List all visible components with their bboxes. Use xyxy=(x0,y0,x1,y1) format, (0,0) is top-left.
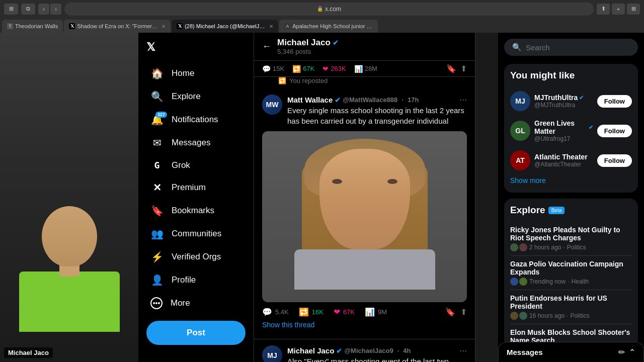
sidebar-label-more: More xyxy=(171,298,190,308)
tab-shadow[interactable]: 𝕏 Shadow of Ezra on X: "Former New York … xyxy=(64,20,171,33)
sidebar-item-premium[interactable]: ✕ Premium xyxy=(142,176,250,199)
retweet-action[interactable]: 🔁 16K xyxy=(299,307,324,317)
sidebar-item-profile[interactable]: 👤 Profile xyxy=(142,269,250,291)
tweet-2-text: Also "Every" mass shooting event of the … xyxy=(287,356,467,362)
notifications-badge: 327 xyxy=(155,112,167,118)
tweet-1-avatar-inner: MW xyxy=(262,95,282,115)
stat-retweets: 🔁 67K xyxy=(292,64,314,73)
tweet-2-content: Michael Jaco ✔ @MichaelJaco9 · 4h ··· Al… xyxy=(287,345,467,362)
tweet-1-layout: MW Matt Wallace ✔ @MattWallace888 · 17h … xyxy=(262,95,467,131)
stat-replies: 💬 15K xyxy=(262,64,284,73)
sidebar-item-more[interactable]: ••• More xyxy=(142,292,250,314)
show-thread-button[interactable]: Show this thread xyxy=(262,317,467,333)
follow-button-2[interactable]: Follow xyxy=(597,154,632,167)
back-button[interactable]: ‹ xyxy=(38,4,49,15)
address-bar[interactable]: 🔒 x.com xyxy=(64,3,594,16)
sidebar-item-grok[interactable]: G Grok xyxy=(142,155,250,175)
tweet-1-avatar[interactable]: MW xyxy=(262,95,282,115)
mini-avatar-2b xyxy=(519,312,527,320)
tab-theodorian[interactable]: T Theodorian Walls xyxy=(2,20,63,33)
mini-avatar-1b xyxy=(519,278,527,286)
post-button[interactable]: Post xyxy=(146,321,246,345)
explore-item-0[interactable]: Ricky Jones Pleads Not Guilty to Riot Sp… xyxy=(510,222,632,256)
tweet-1-more-button[interactable]: ··· xyxy=(459,95,467,105)
tweet-2-author-name: Michael Jaco ✔ @MichaelJaco9 · 4h xyxy=(287,346,411,355)
messages-icon: ✉ xyxy=(150,137,164,149)
explore-meta-0: 2 hours ago · Politics xyxy=(510,243,632,251)
sidebar-label-notifications: Notifications xyxy=(172,115,218,125)
retweet-icon: 🔁 xyxy=(292,65,301,73)
messages-bar[interactable]: Messages ✏ ⌃ xyxy=(498,342,644,362)
share-button[interactable]: ⬆ xyxy=(597,4,610,15)
suggest-avatar-2[interactable]: AT xyxy=(510,150,530,170)
tab-label-apalachee: Apalachee High School junior who sat nex… xyxy=(292,23,373,29)
back-button[interactable]: ← xyxy=(262,41,271,52)
messages-bar-title: Messages xyxy=(507,348,543,356)
mini-avatar-0b xyxy=(519,243,527,251)
sidebar-item-verified-orgs[interactable]: ⚡ Verified Orgs xyxy=(142,246,250,268)
follow-button-0[interactable]: Follow xyxy=(597,95,632,108)
explore-topic-2: Politics xyxy=(570,312,589,319)
explore-item-1[interactable]: Gaza Polio Vaccination Campaign Expands … xyxy=(510,256,632,290)
explore-time-2: 16 hours ago xyxy=(529,312,565,319)
profile-name: Michael Jaco ✔ xyxy=(277,38,467,48)
menu-button[interactable]: ⊞ xyxy=(627,4,640,15)
bookmark-icon[interactable]: 🔖 xyxy=(446,64,456,73)
compose-message-icon[interactable]: ✏ xyxy=(618,347,625,357)
save-action[interactable]: 🔖 xyxy=(445,307,455,317)
tweet-2-avatar[interactable]: MJ xyxy=(262,345,282,362)
sidebar-item-messages[interactable]: ✉ Messages xyxy=(142,132,250,154)
like-icon: ❤ xyxy=(334,307,340,317)
suggest-verified-1: ✔ xyxy=(589,124,593,131)
explore-title: Explore xyxy=(510,205,545,216)
forward-button[interactable]: › xyxy=(50,4,61,15)
explore-item-2[interactable]: Putin Endorses Harris for US President 1… xyxy=(510,290,632,324)
tweet-2-verified: ✔ xyxy=(336,347,342,355)
explore-time-0: 2 hours ago xyxy=(529,244,561,251)
suggest-name-1: Green Lives Matter ✔ xyxy=(534,119,593,135)
profile-name-text: Michael Jaco xyxy=(277,38,331,48)
sidebar-item-explore[interactable]: 🔍 Explore xyxy=(142,85,250,108)
mugshot-person xyxy=(314,139,415,280)
screen-btn[interactable]: ⊞ xyxy=(4,4,18,15)
retweets-count: 67K xyxy=(303,65,314,72)
tweet-2-author-line: Michael Jaco ✔ @MichaelJaco9 · 4h ··· xyxy=(287,345,467,356)
sidebar-item-notifications[interactable]: 🔔 Notifications 327 xyxy=(142,109,250,131)
reply-action[interactable]: 💬 5.4K xyxy=(262,307,289,317)
share-icon[interactable]: ⬆ xyxy=(460,64,467,73)
share-action[interactable]: ⬆ xyxy=(460,307,467,317)
suggest-avatar-0[interactable]: MJ xyxy=(510,91,530,111)
profile-verified-badge: ✔ xyxy=(333,39,339,47)
sidebar-label-communities: Communities xyxy=(172,229,221,239)
add-tab-button[interactable]: + xyxy=(612,4,625,15)
sidebar-item-bookmarks[interactable]: 🔖 Bookmarks xyxy=(142,200,250,222)
tab-michael-jaco[interactable]: 𝕏 (28) Michael Jaco (@MichaelJaco9) / X … xyxy=(172,20,278,33)
window-btn[interactable]: ⧉ xyxy=(21,4,35,15)
follow-button-1[interactable]: Follow xyxy=(597,125,632,137)
tab-apalachee[interactable]: A Apalachee High School junior who sat n… xyxy=(279,20,378,33)
expand-messages-icon[interactable]: ⌃ xyxy=(629,347,635,357)
sidebar-logo[interactable]: 𝕏 xyxy=(138,37,254,62)
profile-posts-count: 5,346 posts xyxy=(277,48,467,55)
profile-icon: 👤 xyxy=(150,274,164,286)
suggest-name-2: Atlantic Theater xyxy=(534,153,593,161)
like-action[interactable]: ❤ 67K xyxy=(334,307,355,317)
show-more-button[interactable]: Show more xyxy=(510,174,632,187)
tab-close-shadow[interactable]: ✕ xyxy=(162,24,166,29)
sidebar-item-communities[interactable]: 👥 Communities xyxy=(142,223,250,245)
tab-close-michael[interactable]: ✕ xyxy=(269,24,273,29)
sidebar-item-home[interactable]: 🏠 Home xyxy=(142,62,250,84)
grok-icon: G xyxy=(150,160,164,170)
replies-count: 15K xyxy=(273,65,284,72)
explore-avatars-1 xyxy=(510,278,527,286)
sidebar-label-messages: Messages xyxy=(172,138,210,148)
search-placeholder: Search xyxy=(526,43,550,52)
stat-views: 📊 28M xyxy=(354,64,377,73)
search-bar[interactable]: 🔍 Search xyxy=(504,39,638,56)
video-person-label: Michael Jaco xyxy=(4,347,53,358)
sidebar-label-home: Home xyxy=(172,68,194,78)
tab-favicon-apalachee: A xyxy=(284,23,290,29)
suggest-avatar-1[interactable]: GL xyxy=(510,121,530,141)
tweet-secondary-actions: 🔖 ⬆ xyxy=(445,307,467,317)
tweet-2-more-button[interactable]: ··· xyxy=(459,345,467,356)
